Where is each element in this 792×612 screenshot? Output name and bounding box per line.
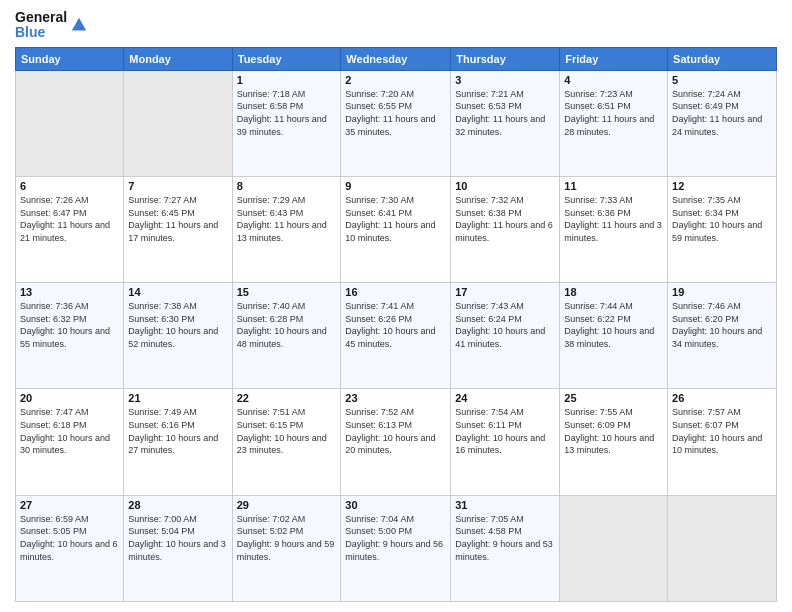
day-number: 9 [345, 180, 446, 192]
day-number: 1 [237, 74, 337, 86]
header: GeneralBlue [15, 10, 777, 41]
calendar-cell: 15Sunrise: 7:40 AM Sunset: 6:28 PM Dayli… [232, 283, 341, 389]
calendar-cell: 6Sunrise: 7:26 AM Sunset: 6:47 PM Daylig… [16, 177, 124, 283]
day-detail: Sunrise: 7:04 AM Sunset: 5:00 PM Dayligh… [345, 513, 446, 563]
weekday-header-friday: Friday [560, 47, 668, 70]
day-detail: Sunrise: 7:23 AM Sunset: 6:51 PM Dayligh… [564, 88, 663, 138]
day-number: 21 [128, 392, 227, 404]
calendar-cell: 11Sunrise: 7:33 AM Sunset: 6:36 PM Dayli… [560, 177, 668, 283]
day-number: 31 [455, 499, 555, 511]
logo-text: GeneralBlue [15, 10, 67, 41]
calendar-cell: 23Sunrise: 7:52 AM Sunset: 6:13 PM Dayli… [341, 389, 451, 495]
calendar-cell: 20Sunrise: 7:47 AM Sunset: 6:18 PM Dayli… [16, 389, 124, 495]
day-number: 8 [237, 180, 337, 192]
day-number: 11 [564, 180, 663, 192]
day-detail: Sunrise: 7:57 AM Sunset: 6:07 PM Dayligh… [672, 406, 772, 456]
day-number: 7 [128, 180, 227, 192]
calendar-cell: 29Sunrise: 7:02 AM Sunset: 5:02 PM Dayli… [232, 495, 341, 601]
calendar-cell: 9Sunrise: 7:30 AM Sunset: 6:41 PM Daylig… [341, 177, 451, 283]
day-detail: Sunrise: 7:36 AM Sunset: 6:32 PM Dayligh… [20, 300, 119, 350]
calendar-cell: 22Sunrise: 7:51 AM Sunset: 6:15 PM Dayli… [232, 389, 341, 495]
weekday-header-thursday: Thursday [451, 47, 560, 70]
calendar-cell: 10Sunrise: 7:32 AM Sunset: 6:38 PM Dayli… [451, 177, 560, 283]
calendar-cell: 4Sunrise: 7:23 AM Sunset: 6:51 PM Daylig… [560, 70, 668, 176]
day-number: 14 [128, 286, 227, 298]
calendar-cell [16, 70, 124, 176]
day-detail: Sunrise: 7:33 AM Sunset: 6:36 PM Dayligh… [564, 194, 663, 244]
calendar-cell: 25Sunrise: 7:55 AM Sunset: 6:09 PM Dayli… [560, 389, 668, 495]
calendar-cell: 8Sunrise: 7:29 AM Sunset: 6:43 PM Daylig… [232, 177, 341, 283]
day-number: 19 [672, 286, 772, 298]
day-detail: Sunrise: 7:43 AM Sunset: 6:24 PM Dayligh… [455, 300, 555, 350]
weekday-header-saturday: Saturday [668, 47, 777, 70]
day-number: 10 [455, 180, 555, 192]
day-number: 6 [20, 180, 119, 192]
weekday-header-tuesday: Tuesday [232, 47, 341, 70]
logo-icon [70, 16, 88, 34]
day-detail: Sunrise: 7:40 AM Sunset: 6:28 PM Dayligh… [237, 300, 337, 350]
day-detail: Sunrise: 7:46 AM Sunset: 6:20 PM Dayligh… [672, 300, 772, 350]
day-detail: Sunrise: 7:24 AM Sunset: 6:49 PM Dayligh… [672, 88, 772, 138]
calendar-cell: 26Sunrise: 7:57 AM Sunset: 6:07 PM Dayli… [668, 389, 777, 495]
day-detail: Sunrise: 7:30 AM Sunset: 6:41 PM Dayligh… [345, 194, 446, 244]
day-detail: Sunrise: 7:41 AM Sunset: 6:26 PM Dayligh… [345, 300, 446, 350]
day-detail: Sunrise: 7:26 AM Sunset: 6:47 PM Dayligh… [20, 194, 119, 244]
calendar-cell: 2Sunrise: 7:20 AM Sunset: 6:55 PM Daylig… [341, 70, 451, 176]
calendar-cell [560, 495, 668, 601]
weekday-header-monday: Monday [124, 47, 232, 70]
day-detail: Sunrise: 7:21 AM Sunset: 6:53 PM Dayligh… [455, 88, 555, 138]
day-detail: Sunrise: 7:52 AM Sunset: 6:13 PM Dayligh… [345, 406, 446, 456]
day-detail: Sunrise: 7:18 AM Sunset: 6:58 PM Dayligh… [237, 88, 337, 138]
day-detail: Sunrise: 7:20 AM Sunset: 6:55 PM Dayligh… [345, 88, 446, 138]
day-number: 15 [237, 286, 337, 298]
day-detail: Sunrise: 6:59 AM Sunset: 5:05 PM Dayligh… [20, 513, 119, 563]
calendar-cell: 21Sunrise: 7:49 AM Sunset: 6:16 PM Dayli… [124, 389, 232, 495]
day-number: 27 [20, 499, 119, 511]
day-detail: Sunrise: 7:02 AM Sunset: 5:02 PM Dayligh… [237, 513, 337, 563]
day-detail: Sunrise: 7:05 AM Sunset: 4:58 PM Dayligh… [455, 513, 555, 563]
day-detail: Sunrise: 7:35 AM Sunset: 6:34 PM Dayligh… [672, 194, 772, 244]
day-detail: Sunrise: 7:38 AM Sunset: 6:30 PM Dayligh… [128, 300, 227, 350]
calendar-cell: 12Sunrise: 7:35 AM Sunset: 6:34 PM Dayli… [668, 177, 777, 283]
calendar-cell: 14Sunrise: 7:38 AM Sunset: 6:30 PM Dayli… [124, 283, 232, 389]
calendar-cell: 28Sunrise: 7:00 AM Sunset: 5:04 PM Dayli… [124, 495, 232, 601]
day-number: 28 [128, 499, 227, 511]
day-number: 18 [564, 286, 663, 298]
weekday-header-sunday: Sunday [16, 47, 124, 70]
day-number: 29 [237, 499, 337, 511]
day-detail: Sunrise: 7:00 AM Sunset: 5:04 PM Dayligh… [128, 513, 227, 563]
calendar-cell: 1Sunrise: 7:18 AM Sunset: 6:58 PM Daylig… [232, 70, 341, 176]
calendar-cell: 3Sunrise: 7:21 AM Sunset: 6:53 PM Daylig… [451, 70, 560, 176]
calendar-cell: 24Sunrise: 7:54 AM Sunset: 6:11 PM Dayli… [451, 389, 560, 495]
day-detail: Sunrise: 7:29 AM Sunset: 6:43 PM Dayligh… [237, 194, 337, 244]
day-number: 25 [564, 392, 663, 404]
calendar-cell: 5Sunrise: 7:24 AM Sunset: 6:49 PM Daylig… [668, 70, 777, 176]
day-number: 23 [345, 392, 446, 404]
day-number: 17 [455, 286, 555, 298]
day-number: 12 [672, 180, 772, 192]
day-detail: Sunrise: 7:44 AM Sunset: 6:22 PM Dayligh… [564, 300, 663, 350]
day-number: 22 [237, 392, 337, 404]
calendar-cell [124, 70, 232, 176]
day-detail: Sunrise: 7:55 AM Sunset: 6:09 PM Dayligh… [564, 406, 663, 456]
calendar-cell: 13Sunrise: 7:36 AM Sunset: 6:32 PM Dayli… [16, 283, 124, 389]
day-number: 2 [345, 74, 446, 86]
calendar-cell: 16Sunrise: 7:41 AM Sunset: 6:26 PM Dayli… [341, 283, 451, 389]
calendar-cell: 27Sunrise: 6:59 AM Sunset: 5:05 PM Dayli… [16, 495, 124, 601]
day-number: 24 [455, 392, 555, 404]
day-number: 16 [345, 286, 446, 298]
day-detail: Sunrise: 7:51 AM Sunset: 6:15 PM Dayligh… [237, 406, 337, 456]
calendar-cell [668, 495, 777, 601]
day-detail: Sunrise: 7:32 AM Sunset: 6:38 PM Dayligh… [455, 194, 555, 244]
day-detail: Sunrise: 7:49 AM Sunset: 6:16 PM Dayligh… [128, 406, 227, 456]
calendar-cell: 7Sunrise: 7:27 AM Sunset: 6:45 PM Daylig… [124, 177, 232, 283]
day-detail: Sunrise: 7:27 AM Sunset: 6:45 PM Dayligh… [128, 194, 227, 244]
day-number: 3 [455, 74, 555, 86]
day-detail: Sunrise: 7:47 AM Sunset: 6:18 PM Dayligh… [20, 406, 119, 456]
day-number: 13 [20, 286, 119, 298]
day-number: 4 [564, 74, 663, 86]
calendar-cell: 17Sunrise: 7:43 AM Sunset: 6:24 PM Dayli… [451, 283, 560, 389]
logo: GeneralBlue [15, 10, 88, 41]
page: GeneralBlue SundayMondayTuesdayWednesday… [0, 0, 792, 612]
calendar-cell: 18Sunrise: 7:44 AM Sunset: 6:22 PM Dayli… [560, 283, 668, 389]
